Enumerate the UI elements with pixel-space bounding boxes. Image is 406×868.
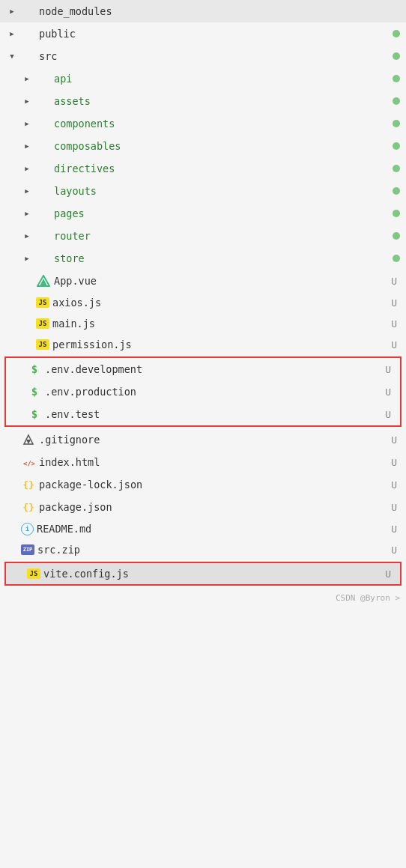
vite-config-outline: JS vite.config.js U bbox=[4, 562, 402, 586]
spacer bbox=[21, 275, 33, 287]
tree-item-components[interactable]: components bbox=[0, 112, 406, 135]
spacer bbox=[21, 339, 33, 350]
chevron-right-icon bbox=[21, 252, 33, 264]
item-label: assets bbox=[54, 95, 91, 107]
item-label: router bbox=[54, 230, 91, 242]
folder-icon bbox=[21, 4, 36, 19]
item-label: axios.js bbox=[52, 297, 101, 309]
item-label: README.md bbox=[37, 523, 91, 535]
status-dot bbox=[393, 165, 400, 172]
env-icon: $ bbox=[27, 384, 42, 399]
tree-item-src-zip[interactable]: ZIP src.zip U bbox=[0, 539, 406, 560]
status-u: U bbox=[391, 434, 400, 446]
env-icon: $ bbox=[27, 362, 42, 377]
tree-item-layouts[interactable]: layouts bbox=[0, 180, 406, 202]
chevron-right-icon bbox=[21, 230, 33, 242]
chevron-down-icon bbox=[6, 50, 18, 62]
status-dot bbox=[393, 210, 400, 217]
tree-item-api[interactable]: api bbox=[0, 67, 406, 90]
tree-item-composables[interactable]: composables bbox=[0, 135, 406, 157]
tree-item-store[interactable]: store bbox=[0, 247, 406, 270]
spacer bbox=[12, 386, 24, 398]
tree-item-package-lock-json[interactable]: {} package-lock.json U bbox=[0, 473, 406, 496]
status-u: U bbox=[385, 568, 394, 580]
item-label: store bbox=[54, 252, 85, 264]
git-icon bbox=[21, 432, 36, 447]
folder-icon bbox=[36, 94, 51, 109]
tree-item-vite-config-js[interactable]: JS vite.config.js U bbox=[6, 563, 400, 584]
item-label: .gitignore bbox=[39, 434, 100, 446]
status-u: U bbox=[391, 523, 400, 535]
status-dot bbox=[393, 232, 400, 240]
tree-item-package-json[interactable]: {} package.json U bbox=[0, 496, 406, 518]
tree-item-directives[interactable]: directives bbox=[0, 157, 406, 180]
folder-icon bbox=[36, 183, 51, 198]
folder-icon bbox=[21, 49, 36, 64]
status-u: U bbox=[391, 457, 400, 468]
tree-item-pages[interactable]: pages bbox=[0, 202, 406, 225]
item-label: package.json bbox=[39, 501, 112, 513]
tree-item-index-html[interactable]: </> index.html U bbox=[0, 451, 406, 473]
tree-item-main-js[interactable]: JS main.js U bbox=[0, 313, 406, 334]
tree-item-axios-js[interactable]: JS axios.js U bbox=[0, 292, 406, 313]
tree-item-src[interactable]: src bbox=[0, 45, 406, 67]
status-u: U bbox=[391, 276, 400, 287]
item-label: node_modules bbox=[39, 5, 112, 17]
tree-item-env-development[interactable]: $ .env.development U bbox=[6, 358, 400, 380]
spacer bbox=[6, 501, 18, 513]
spacer bbox=[12, 408, 24, 420]
item-label: layouts bbox=[54, 185, 97, 197]
folder-icon bbox=[36, 206, 51, 221]
md-icon: i bbox=[21, 523, 34, 535]
tree-item-readme[interactable]: i README.md U bbox=[0, 518, 406, 539]
tree-item-env-production[interactable]: $ .env.production U bbox=[6, 380, 400, 403]
spacer bbox=[6, 544, 18, 556]
tree-item-app-vue[interactable]: App.vue U bbox=[0, 270, 406, 292]
status-u: U bbox=[391, 502, 400, 513]
chevron-right-icon bbox=[21, 207, 33, 219]
spacer bbox=[6, 434, 18, 446]
item-label: public bbox=[39, 28, 76, 40]
env-icon: $ bbox=[27, 407, 42, 422]
tree-item-router[interactable]: router bbox=[0, 225, 406, 247]
status-u: U bbox=[391, 318, 400, 330]
item-label: src.zip bbox=[37, 544, 80, 556]
tree-item-assets[interactable]: assets bbox=[0, 90, 406, 112]
html-icon: </> bbox=[21, 455, 36, 470]
chevron-right-icon bbox=[6, 28, 18, 40]
folder-icon bbox=[36, 228, 51, 243]
spacer bbox=[6, 456, 18, 468]
spacer bbox=[6, 523, 18, 535]
js-icon: JS bbox=[36, 318, 49, 329]
item-label: vite.config.js bbox=[43, 568, 129, 580]
spacer bbox=[12, 568, 24, 580]
js-icon: JS bbox=[36, 339, 49, 350]
item-label: components bbox=[54, 118, 115, 130]
chevron-right-icon bbox=[21, 140, 33, 152]
folder-icon bbox=[36, 251, 51, 266]
file-tree: node_modules public src api bbox=[0, 0, 406, 606]
item-label: pages bbox=[54, 207, 85, 219]
svg-text:</>: </> bbox=[23, 460, 34, 467]
folder-icon bbox=[36, 71, 51, 86]
tree-item-gitignore[interactable]: .gitignore U bbox=[0, 428, 406, 451]
item-label: directives bbox=[54, 163, 115, 174]
tree-item-env-test[interactable]: $ .env.test U bbox=[6, 403, 400, 425]
env-group-outline: $ .env.development U $ .env.production U… bbox=[4, 356, 402, 427]
tree-item-public[interactable]: public bbox=[0, 22, 406, 45]
status-u: U bbox=[391, 479, 400, 491]
json-icon: {} bbox=[21, 477, 36, 492]
tree-item-node-modules[interactable]: node_modules bbox=[0, 0, 406, 22]
status-dot bbox=[393, 75, 400, 82]
item-label: permission.js bbox=[52, 339, 132, 350]
status-dot bbox=[393, 120, 400, 127]
tree-item-permission-js[interactable]: JS permission.js U bbox=[0, 334, 406, 355]
item-label: index.html bbox=[39, 456, 100, 468]
status-u: U bbox=[385, 386, 394, 398]
status-u: U bbox=[385, 409, 394, 420]
status-dot bbox=[393, 52, 400, 60]
folder-icon bbox=[36, 139, 51, 154]
chevron-right-icon bbox=[21, 118, 33, 130]
chevron-right-icon bbox=[21, 73, 33, 85]
chevron-right-icon bbox=[6, 5, 18, 17]
